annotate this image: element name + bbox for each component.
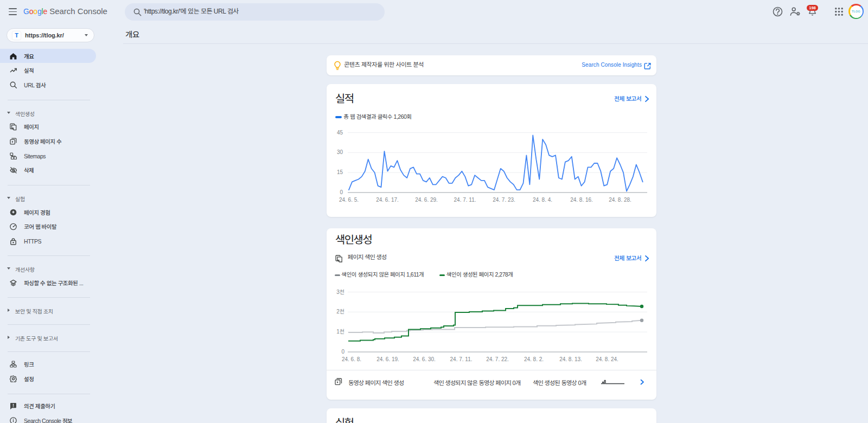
svg-text:24. 8. 4.: 24. 8. 4. [533,197,552,203]
svg-text:24. 7. 23.: 24. 7. 23. [493,197,515,203]
svg-text:45: 45 [337,130,343,136]
svg-text:24. 6. 5.: 24. 6. 5. [339,197,359,203]
svg-text:2천: 2천 [336,309,344,315]
svg-text:24. 6. 19.: 24. 6. 19. [376,356,399,362]
svg-text:24. 7. 11.: 24. 7. 11. [450,356,473,362]
svg-text:0: 0 [341,349,344,355]
svg-text:24. 8. 28.: 24. 8. 28. [609,197,631,203]
svg-text:24. 8. 24.: 24. 8. 24. [596,356,618,362]
svg-text:3천: 3천 [336,289,344,295]
svg-text:24. 7. 22.: 24. 7. 22. [486,356,509,362]
svg-text:24. 8. 13.: 24. 8. 13. [559,356,582,362]
svg-text:24. 6. 30.: 24. 6. 30. [413,356,436,362]
svg-text:24. 7. 11.: 24. 7. 11. [454,197,476,203]
svg-text:24. 6. 8.: 24. 6. 8. [342,356,361,362]
svg-text:30: 30 [337,149,343,155]
svg-text:24. 8. 2.: 24. 8. 2. [524,356,544,362]
svg-text:24. 6. 17.: 24. 6. 17. [376,197,399,203]
svg-text:24. 6. 29.: 24. 6. 29. [415,197,438,203]
svg-text:24. 8. 16.: 24. 8. 16. [570,197,593,203]
svg-text:0: 0 [340,189,343,195]
svg-text:1천: 1천 [336,329,344,335]
svg-text:15: 15 [337,169,343,175]
